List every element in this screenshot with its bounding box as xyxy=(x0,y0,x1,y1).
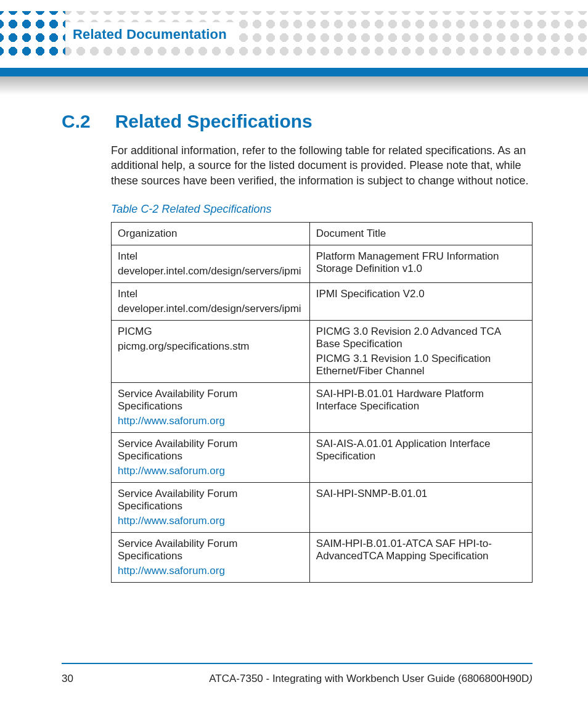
org-name: Service Availability Forum Specification… xyxy=(118,488,237,512)
header-gray-gradient xyxy=(0,76,588,95)
doc-line: SAI-HPI-SNMP-B.01.01 xyxy=(316,488,526,500)
org-name: PICMG xyxy=(118,326,152,337)
org-link[interactable]: http://www.saforum.org xyxy=(118,465,303,477)
org-cell: Service Availability Forum Specification… xyxy=(112,382,310,432)
doc-cell: SAI-HPI-SNMP-B.01.01 xyxy=(309,482,532,532)
doc-cell: SAIM-HPI-B.01.01-ATCA SAF HPI-to-Advance… xyxy=(309,532,532,582)
table-row: Service Availability Forum Specification… xyxy=(112,482,533,532)
header-title-wrap: Related Documentation xyxy=(65,22,238,47)
footer: 30 ATCA-7350 - Integrating with Workbenc… xyxy=(62,673,533,685)
doc-line: PICMG 3.0 Revision 2.0 Advanced TCA Base… xyxy=(316,326,526,350)
org-source: developer.intel.com/design/servers/ipmi xyxy=(118,303,303,315)
doc-line: SAI-HPI-B.01.01 Hardware Platform Interf… xyxy=(316,388,526,413)
page-number: 30 xyxy=(62,673,73,685)
table-row: Service Availability Forum Specification… xyxy=(112,382,533,432)
footer-doc-title-text: ATCA-7350 - Integrating with Workbench U… xyxy=(209,673,529,684)
related-specifications-table: Organization Document Title Inteldevelop… xyxy=(111,222,533,583)
section-heading: C.2 Related Specifications xyxy=(62,111,533,132)
org-cell: PICMGpicmg.org/specifications.stm xyxy=(112,320,310,382)
breadcrumb: Related Documentation xyxy=(73,27,227,43)
doc-line: IPMI Specification V2.0 xyxy=(316,288,526,300)
footer-doc-title: ATCA-7350 - Integrating with Workbench U… xyxy=(209,673,533,685)
content-area: C.2 Related Specifications For additiona… xyxy=(62,111,533,583)
doc-cell: SAI-HPI-B.01.01 Hardware Platform Interf… xyxy=(309,382,532,432)
org-name: Intel xyxy=(118,250,137,262)
doc-line: PICMG 3.1 Revision 1.0 Specification Eth… xyxy=(316,353,526,377)
org-link[interactable]: http://www.saforum.org xyxy=(118,565,303,577)
section-intro: For additional information, refer to the… xyxy=(111,143,533,188)
table-header-organization: Organization xyxy=(112,222,310,245)
doc-line: SAIM-HPI-B.01.01-ATCA SAF HPI-to-Advance… xyxy=(316,538,526,562)
table-header-row: Organization Document Title xyxy=(112,222,533,245)
org-cell: Inteldeveloper.intel.com/design/servers/… xyxy=(112,282,310,320)
doc-cell: Platform Management FRU Information Stor… xyxy=(309,245,532,282)
table-caption: Table C-2 Related Specifications xyxy=(111,203,533,216)
table-row: Inteldeveloper.intel.com/design/servers/… xyxy=(112,282,533,320)
org-cell: Service Availability Forum Specification… xyxy=(112,532,310,582)
doc-line: SAI-AIS-A.01.01 Application Interface Sp… xyxy=(316,438,526,462)
doc-cell: IPMI Specification V2.0 xyxy=(309,282,532,320)
doc-cell: SAI-AIS-A.01.01 Application Interface Sp… xyxy=(309,432,532,482)
footer-rule xyxy=(62,663,533,664)
org-cell: Service Availability Forum Specification… xyxy=(112,482,310,532)
doc-cell: PICMG 3.0 Revision 2.0 Advanced TCA Base… xyxy=(309,320,532,382)
section-title: Related Specifications xyxy=(115,111,312,132)
table-header-document-title: Document Title xyxy=(309,222,532,245)
doc-line: Platform Management FRU Information Stor… xyxy=(316,250,526,275)
org-link[interactable]: http://www.saforum.org xyxy=(118,515,303,527)
org-name: Service Availability Forum Specification… xyxy=(118,438,237,462)
page: Related Documentation C.2 Related Specif… xyxy=(0,0,588,706)
org-name: Service Availability Forum Specification… xyxy=(118,538,237,562)
org-name: Service Availability Forum Specification… xyxy=(118,388,237,412)
table-row: Service Availability Forum Specification… xyxy=(112,532,533,582)
org-source: picmg.org/specifications.stm xyxy=(118,340,303,353)
table-row: Inteldeveloper.intel.com/design/servers/… xyxy=(112,245,533,282)
footer-doc-title-closing-paren: ) xyxy=(529,673,533,684)
table-row: Service Availability Forum Specification… xyxy=(112,432,533,482)
section-number: C.2 xyxy=(62,111,91,132)
org-name: Intel xyxy=(118,288,137,300)
org-cell: Inteldeveloper.intel.com/design/servers/… xyxy=(112,245,310,282)
table-row: PICMGpicmg.org/specifications.stmPICMG 3… xyxy=(112,320,533,382)
header-blue-bar xyxy=(0,68,588,76)
org-source: developer.intel.com/design/servers/ipmi xyxy=(118,265,303,277)
header-dot-pattern-blue xyxy=(0,11,65,58)
org-cell: Service Availability Forum Specification… xyxy=(112,432,310,482)
org-link[interactable]: http://www.saforum.org xyxy=(118,415,303,427)
